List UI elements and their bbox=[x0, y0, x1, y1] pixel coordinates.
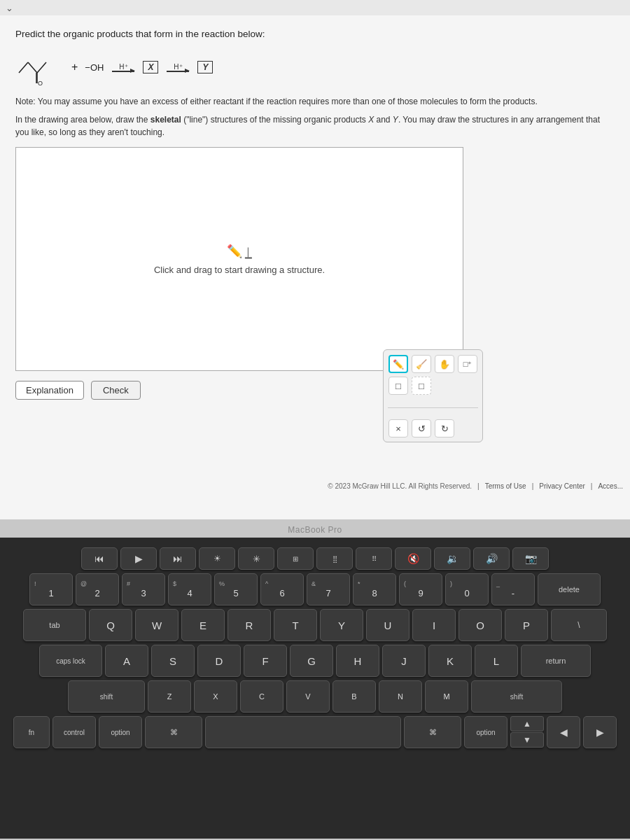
key-arrow-up[interactable]: ▲ bbox=[510, 716, 544, 732]
key-q[interactable]: Q bbox=[89, 609, 132, 641]
bottom-row: fn control option ⌘ ⌘ option ▲ ▼ ◀ ▶ bbox=[7, 716, 623, 748]
key-vol-up[interactable]: 🔊 bbox=[473, 547, 510, 570]
key-vol-down[interactable]: 🔉 bbox=[434, 547, 470, 570]
key-u[interactable]: U bbox=[366, 609, 410, 641]
key-fastforward[interactable]: ⏭ bbox=[160, 547, 196, 570]
key-5[interactable]: %5 bbox=[214, 573, 258, 606]
key-tab[interactable]: tab bbox=[23, 609, 86, 641]
oh-reactant: −OH bbox=[85, 62, 104, 73]
access-link[interactable]: Acces... bbox=[598, 482, 623, 490]
key-caps-lock[interactable]: caps lock bbox=[39, 645, 102, 677]
key-o[interactable]: O bbox=[458, 609, 502, 641]
key-dash[interactable]: _- bbox=[491, 573, 535, 606]
key-h[interactable]: H bbox=[336, 645, 379, 677]
undo-tool-btn[interactable]: ↺ bbox=[412, 419, 431, 438]
key-camera[interactable]: 📷 bbox=[512, 547, 549, 570]
key-r[interactable]: R bbox=[227, 609, 271, 641]
key-arrow-right[interactable]: ▶ bbox=[583, 716, 617, 748]
terms-link[interactable]: Terms of Use bbox=[485, 482, 526, 490]
key-option-left[interactable]: option bbox=[99, 716, 142, 748]
key-0[interactable]: )0 bbox=[445, 573, 489, 606]
key-n[interactable]: N bbox=[379, 680, 422, 713]
key-a[interactable]: A bbox=[105, 645, 148, 677]
key-b[interactable]: B bbox=[332, 680, 376, 713]
key-mission-control[interactable]: ⊞ bbox=[277, 547, 314, 570]
key-k[interactable]: K bbox=[428, 645, 472, 677]
svg-text:O: O bbox=[38, 80, 43, 87]
key-control[interactable]: control bbox=[52, 716, 96, 748]
key-4[interactable]: $4 bbox=[168, 573, 211, 606]
key-command-right[interactable]: ⌘ bbox=[404, 716, 461, 748]
redo-tool-btn[interactable]: ↻ bbox=[435, 419, 454, 438]
key-v[interactable]: V bbox=[286, 680, 330, 713]
key-t[interactable]: T bbox=[274, 609, 317, 641]
key-z[interactable]: Z bbox=[148, 680, 191, 713]
question-title: Predict the organic products that form i… bbox=[15, 28, 615, 41]
key-launchpad[interactable]: ⣿ bbox=[316, 547, 353, 570]
key-c[interactable]: C bbox=[240, 680, 284, 713]
key-w[interactable]: W bbox=[135, 609, 178, 641]
reaction-row: O + −OH H⁺ X H⁺ Y bbox=[15, 48, 615, 87]
key-mute[interactable]: 🔇 bbox=[395, 547, 431, 570]
empty-tool-2 bbox=[458, 377, 477, 395]
plus-sign: + bbox=[71, 61, 78, 74]
key-d[interactable]: D bbox=[197, 645, 241, 677]
key-rewind[interactable]: ⏮ bbox=[81, 547, 118, 570]
key-fn[interactable]: fn bbox=[13, 716, 50, 748]
expand-tool-btn[interactable]: □⁺ bbox=[458, 355, 477, 373]
square-tool-btn[interactable]: □ bbox=[388, 377, 408, 395]
media-row: ⏮ ▶ ⏭ ☀ ✳ ⊞ ⣿ ⠿ 🔇 🔉 🔊 📷 bbox=[7, 547, 623, 570]
key-brightness-down[interactable]: ☀ bbox=[199, 547, 235, 570]
key-p[interactable]: P bbox=[505, 609, 548, 641]
key-option-right[interactable]: option bbox=[464, 716, 507, 748]
eraser-tool-btn[interactable]: 🧹 bbox=[412, 355, 431, 373]
check-button[interactable]: Check bbox=[91, 381, 141, 400]
key-display[interactable]: ⠿ bbox=[356, 547, 392, 570]
reactant-molecule-svg: O bbox=[15, 48, 64, 87]
key-6[interactable]: ^6 bbox=[260, 573, 304, 606]
key-x[interactable]: X bbox=[194, 680, 237, 713]
dropdown-arrow-icon[interactable]: ⌄ bbox=[6, 3, 13, 13]
key-command-left[interactable]: ⌘ bbox=[145, 716, 202, 748]
key-brightness-up[interactable]: ✳ bbox=[238, 547, 274, 570]
key-delete[interactable]: delete bbox=[538, 573, 601, 606]
key-e[interactable]: E bbox=[181, 609, 225, 641]
macbook-label: MacBook Pro bbox=[0, 519, 630, 538]
privacy-link[interactable]: Privacy Center bbox=[539, 482, 585, 490]
key-1[interactable]: !1 bbox=[29, 573, 73, 606]
number-row: !1 @2 #3 $4 %5 ^6 &7 *8 (9 )0 _- delete bbox=[7, 573, 623, 606]
key-j[interactable]: J bbox=[382, 645, 426, 677]
key-s[interactable]: S bbox=[151, 645, 195, 677]
key-g[interactable]: G bbox=[290, 645, 333, 677]
key-arrow-down[interactable]: ▼ bbox=[510, 732, 544, 748]
box-x[interactable]: X bbox=[143, 61, 158, 74]
key-y[interactable]: Y bbox=[320, 609, 363, 641]
key-arrow-left[interactable]: ◀ bbox=[547, 716, 580, 748]
asdf-row: caps lock A S D F G H J K L return bbox=[7, 645, 623, 677]
key-8[interactable]: *8 bbox=[353, 573, 396, 606]
key-l[interactable]: L bbox=[475, 645, 518, 677]
square-dashed-tool-btn[interactable]: □ bbox=[412, 377, 431, 395]
key-shift-right[interactable]: shift bbox=[471, 680, 562, 713]
key-play[interactable]: ▶ bbox=[120, 547, 157, 570]
box-y[interactable]: Y bbox=[197, 61, 213, 74]
key-9[interactable]: (9 bbox=[399, 573, 442, 606]
key-return[interactable]: return bbox=[521, 645, 591, 677]
pencil-tool-btn[interactable]: ✏️ bbox=[388, 355, 408, 373]
key-7[interactable]: &7 bbox=[307, 573, 350, 606]
key-f[interactable]: F bbox=[244, 645, 287, 677]
key-3[interactable]: #3 bbox=[122, 573, 165, 606]
keyboard: ⏮ ▶ ⏭ ☀ ✳ ⊞ ⣿ ⠿ 🔇 🔉 🔊 📷 !1 @2 #3 $4 %5 ^… bbox=[0, 538, 630, 839]
key-space[interactable] bbox=[205, 716, 401, 748]
explanation-button[interactable]: Explanation bbox=[15, 381, 84, 400]
qwerty-row: tab Q W E R T Y U I O P \ bbox=[7, 609, 623, 641]
key-m[interactable]: M bbox=[425, 680, 468, 713]
drawing-canvas[interactable]: ✏️ Click and drag to start drawing a str… bbox=[15, 147, 463, 371]
key-shift-left[interactable]: shift bbox=[68, 680, 145, 713]
key-backslash[interactable]: \ bbox=[551, 609, 607, 641]
note-text: Note: You may assume you have an excess … bbox=[15, 95, 615, 108]
clear-tool-btn[interactable]: × bbox=[388, 419, 408, 438]
key-2[interactable]: @2 bbox=[76, 573, 119, 606]
hand-tool-btn[interactable]: ✋ bbox=[435, 355, 454, 373]
key-i[interactable]: I bbox=[412, 609, 456, 641]
